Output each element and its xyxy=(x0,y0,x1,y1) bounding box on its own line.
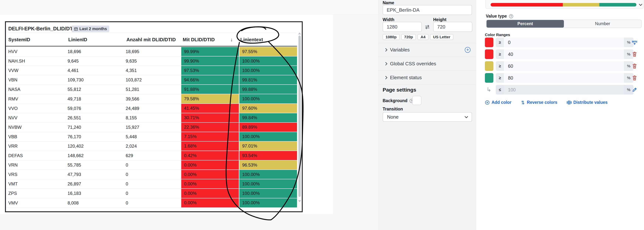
table-row[interactable]: NVBW71,24015,92722.36%89.89% xyxy=(6,123,297,132)
preset-button-us-letter[interactable]: US Letter xyxy=(430,34,453,40)
table-row[interactable]: ZPS16,18300.00%100.00% xyxy=(6,189,297,198)
column-header-systemid[interactable]: SystemID xyxy=(8,33,30,46)
value-type-help-icon[interactable]: ? xyxy=(509,14,513,18)
cell-mit-dlid: 0.00% xyxy=(181,170,239,179)
preset-button-1080p[interactable]: 1080p xyxy=(383,34,400,40)
delete-range-icon[interactable] xyxy=(629,49,640,59)
min-indicator-icon[interactable]: MIN xyxy=(629,38,640,47)
cell-linienid: 18,696 xyxy=(67,47,125,56)
time-range-badge[interactable]: Last 2 months xyxy=(72,26,109,32)
cell-linienid: 16,183 xyxy=(67,189,125,198)
cell-linienid: 148,662 xyxy=(67,151,125,160)
range-value-input[interactable]: 40 xyxy=(504,49,624,59)
cell-linientext: 97.60% xyxy=(239,104,297,113)
table-row[interactable]: NVV26,5518,15530.71%99.84% xyxy=(6,113,297,123)
add-color-link[interactable]: Add color xyxy=(485,100,511,105)
table-row[interactable]: VBN109,730103,87294.66%99.81% xyxy=(6,75,297,85)
cell-mit-dlid: 99.90% xyxy=(181,56,239,66)
time-range-label: Last 2 months xyxy=(79,27,107,31)
reverse-colors-icon xyxy=(521,100,525,105)
cell-system: VRN xyxy=(6,160,67,170)
color-range-row: ≥80% xyxy=(485,73,640,83)
color-swatch-yellow[interactable] xyxy=(485,61,494,71)
color-swatch-red[interactable] xyxy=(485,49,494,59)
range-value-input[interactable]: 60 xyxy=(504,61,624,71)
height-input[interactable]: 720 xyxy=(433,22,472,32)
delete-range-icon[interactable] xyxy=(629,61,640,71)
table-panel[interactable]: DELFI-EPK-Berlin_DLID/DTID (istfahrt) La… xyxy=(5,21,303,212)
gradient-preview-bar xyxy=(490,3,636,7)
background-row: Background ? xyxy=(383,98,414,103)
scroll-down-icon[interactable] xyxy=(298,200,301,202)
background-color-swatch[interactable] xyxy=(412,96,422,105)
table-row[interactable]: HVV18,69618,69599.99%97.55% xyxy=(6,47,297,56)
swap-dimensions-icon[interactable] xyxy=(424,24,431,31)
chevron-right-icon xyxy=(384,76,387,79)
name-input[interactable]: EPK_Berlin-DA xyxy=(383,5,472,15)
range-value-input[interactable]: 80 xyxy=(504,73,624,83)
section-global-css-overrides[interactable]: Global CSS overrides xyxy=(378,57,476,71)
table-row[interactable]: VRR120,4022,0241.68%97.01% xyxy=(6,142,297,151)
cell-mit-dlid: 94.66% xyxy=(181,75,239,85)
table-scrollbar[interactable] xyxy=(298,32,302,208)
distribute-values-link[interactable]: Distribute values xyxy=(567,100,608,105)
width-input[interactable]: 1280 xyxy=(383,22,422,32)
preset-button-a4[interactable]: A4 xyxy=(418,34,428,40)
transition-value: None xyxy=(387,114,398,120)
cell-system: VVW xyxy=(6,66,67,75)
column-header-anzahl-mit-dlid-dtid[interactable]: Anzahl mit DLID/DTID xyxy=(126,33,176,46)
cell-linientext: 100.00% xyxy=(239,179,297,189)
section-element-status[interactable]: Element status xyxy=(378,71,476,85)
transition-select[interactable]: None xyxy=(383,112,472,122)
add-variable-icon[interactable]: + xyxy=(465,47,470,53)
range-input-group: ≥0% xyxy=(496,38,634,47)
table-row[interactable]: VVW4,4614,35197.53%100.00% xyxy=(6,66,297,75)
toggle-option-percent[interactable]: Percent xyxy=(486,20,564,28)
column-header-linienid[interactable]: LinienID xyxy=(68,33,87,46)
table-row[interactable]: NAH.SH9,6459,63599.90%100.00% xyxy=(6,56,297,66)
column-header-linientext[interactable]: Linientext xyxy=(240,33,263,46)
table-row[interactable]: VVO59,07624,48941.45%97.60% xyxy=(6,104,297,113)
table-row[interactable]: NASA55,81251,28191.88%99.88% xyxy=(6,85,297,94)
transition-label: Transition xyxy=(383,106,403,111)
cell-system: VBB xyxy=(6,132,67,142)
cell-system: VMV xyxy=(6,198,67,208)
cell-linienid: 71,240 xyxy=(67,123,125,132)
range-value-input[interactable]: 100 xyxy=(504,85,624,94)
color-swatch-green[interactable] xyxy=(485,73,494,83)
table-row[interactable]: VMV8,00800.00%100.00% xyxy=(6,198,297,208)
table-row[interactable]: VRS47,79300.00%100.00% xyxy=(6,170,297,179)
reverse-colors-link[interactable]: Reverse colors xyxy=(521,100,557,105)
preset-button-720p[interactable]: 720p xyxy=(401,34,416,40)
cell-system: NVV xyxy=(6,113,67,123)
cell-linienid: 47,793 xyxy=(67,170,125,179)
sort-desc-icon[interactable]: ↓ xyxy=(230,33,233,46)
chevron-right-icon xyxy=(384,48,387,51)
table-row[interactable]: VMT26,89700.00%100.00% xyxy=(6,179,297,189)
color-swatch-red[interactable] xyxy=(485,38,494,47)
cell-anzahl: 0 xyxy=(125,170,181,179)
element-settings-panel: Name EPK_Berlin-DA Width Height 1280 720… xyxy=(378,0,476,230)
range-value-input[interactable]: 0 xyxy=(504,38,624,47)
delete-range-icon[interactable] xyxy=(629,73,640,83)
cell-linientext: 99.81% xyxy=(239,75,297,85)
section-variables[interactable]: Variables+ xyxy=(378,43,476,57)
table-row[interactable]: VBB76,1705,4487.15%100.00% xyxy=(6,132,297,142)
cell-linienid: 55,785 xyxy=(67,160,125,170)
table-row[interactable]: VRN55,78500.00%96.53% xyxy=(6,160,297,170)
scroll-up-icon[interactable] xyxy=(298,32,301,34)
range-operator: ≥ xyxy=(496,38,504,47)
edit-range-icon[interactable] xyxy=(629,85,640,94)
scrollbar-thumb[interactable] xyxy=(298,36,301,197)
column-header-mit-dlid-dtid[interactable]: Mit DLID/DTID xyxy=(183,33,215,46)
cell-linienid: 59,076 xyxy=(67,104,125,113)
cell-linientext: 99.88% xyxy=(239,85,297,94)
distribute-values-icon xyxy=(567,100,572,105)
value-type-toggle: PercentNumber xyxy=(486,20,642,28)
table-row[interactable]: DEFAS148,6626290.42%93.54% xyxy=(6,151,297,160)
cell-anzahl: 5,448 xyxy=(125,132,181,142)
table-row[interactable]: RMV49,71839,56679.58%100.00% xyxy=(6,94,297,104)
cell-linientext: 99.84% xyxy=(239,113,297,123)
toggle-option-number[interactable]: Number xyxy=(564,20,641,28)
cell-mit-dlid: 22.36% xyxy=(181,123,239,132)
